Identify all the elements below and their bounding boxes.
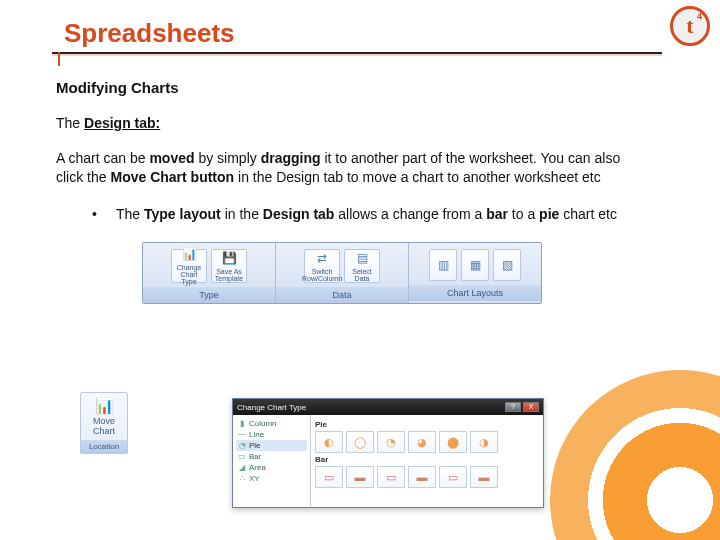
button-label: Select Data	[345, 268, 379, 282]
bullet-item: • The Type layout in the Design tab allo…	[92, 205, 656, 224]
change-chart-type-dialog: Change Chart Type ? X ▮Column ⁓Line ◔Pie…	[232, 398, 544, 508]
pie-subtype-thumbnail[interactable]: ⬤	[439, 431, 467, 453]
chart-layout-thumbnail[interactable]: ▥	[429, 249, 457, 281]
category-line[interactable]: ⁓Line	[236, 429, 307, 440]
bullet-seg: to a	[508, 206, 539, 222]
save-icon: 💾	[222, 250, 237, 266]
subtype-heading-pie: Pie	[315, 420, 539, 429]
bar-subtype-thumbnail[interactable]: ▬	[346, 466, 374, 488]
pie-subtype-thumbnail[interactable]: ◔	[377, 431, 405, 453]
bullet-seg: allows a change from a	[334, 206, 486, 222]
move-chart-label: Move Chart	[83, 417, 125, 437]
ribbon-group-data: ⇄ Switch Row/Column ▤ Select Data Data	[276, 243, 409, 303]
bar-subtype-thumbnail[interactable]: ▬	[408, 466, 436, 488]
bullet-seg: in the	[221, 206, 263, 222]
content-area: Modifying Charts The Design tab: A chart…	[56, 78, 656, 304]
subhead-prefix: The	[56, 115, 84, 131]
switch-row-column-button[interactable]: ⇄ Switch Row/Column	[304, 249, 340, 283]
chart-layout-thumbnail[interactable]: ▧	[493, 249, 521, 281]
pie-subtype-thumbnail[interactable]: ◯	[346, 431, 374, 453]
move-chart-button[interactable]: 📊 Move Chart Location	[80, 392, 128, 454]
chart-subtype-panel: Pie ◐ ◯ ◔ ◕ ⬤ ◑ Bar ▭ ▬ ▭ ▬ ▭ ▬	[311, 415, 543, 507]
para-seg: by simply	[195, 150, 261, 166]
button-label: Switch Row/Column	[302, 268, 342, 282]
ribbon-group-chart-layouts: ▥ ▦ ▧ Chart Layouts	[409, 243, 541, 303]
pie-subtype-thumbnail[interactable]: ◑	[470, 431, 498, 453]
bullet-text: The Type layout in the Design tab allows…	[116, 205, 656, 224]
para-seg: A chart can be	[56, 150, 149, 166]
layout-icon: ▦	[470, 257, 481, 273]
chart-layout-thumbnail[interactable]: ▦	[461, 249, 489, 281]
help-button[interactable]: ?	[505, 402, 521, 412]
section-heading: Modifying Charts	[56, 78, 656, 98]
chart-icon: 📊	[182, 246, 197, 262]
category-label: Bar	[249, 452, 261, 461]
bullet-seg: chart etc	[559, 206, 617, 222]
para-seg: in the Design tab to move a chart to ano…	[234, 169, 601, 185]
bullet-dot: •	[92, 205, 116, 224]
category-area[interactable]: ◢Area	[236, 462, 307, 473]
subtype-heading-bar: Bar	[315, 455, 539, 464]
para-bold: moved	[149, 150, 194, 166]
ribbon-design-tab: 📊 Change Chart Type 💾 Save As Template T…	[142, 242, 542, 304]
bar-subtype-thumbnail[interactable]: ▭	[315, 466, 343, 488]
ribbon-group-title: Type	[143, 287, 275, 303]
category-label: Area	[249, 463, 266, 472]
layout-icon: ▥	[438, 257, 449, 273]
para-bold: dragging	[261, 150, 321, 166]
bullet-bold: pie	[539, 206, 559, 222]
category-bar[interactable]: ▭Bar	[236, 451, 307, 462]
bar-subtype-thumbnail[interactable]: ▬	[470, 466, 498, 488]
bar-subtype-thumbnail[interactable]: ▭	[439, 466, 467, 488]
location-group-label: Location	[81, 440, 127, 453]
bullet-bold: Type layout	[144, 206, 221, 222]
pie-subtype-thumbnail[interactable]: ◐	[315, 431, 343, 453]
logo-t4: t 4	[670, 6, 710, 46]
subheading: The Design tab:	[56, 114, 656, 133]
button-label: Change Chart Type	[172, 264, 206, 285]
decorative-arc	[550, 370, 720, 540]
logo-superscript: 4	[697, 11, 702, 21]
ribbon-group-type: 📊 Change Chart Type 💾 Save As Template T…	[143, 243, 276, 303]
category-label: XY	[249, 474, 260, 483]
swap-icon: ⇄	[317, 250, 327, 266]
category-column[interactable]: ▮Column	[236, 418, 307, 429]
category-label: Column	[249, 419, 277, 428]
grid-icon: ▤	[357, 250, 368, 266]
bar-subtype-thumbnail[interactable]: ▭	[377, 466, 405, 488]
chart-category-list: ▮Column ⁓Line ◔Pie ▭Bar ◢Area ∴XY	[233, 415, 311, 507]
bullet-bold: bar	[486, 206, 508, 222]
button-label: Save As Template	[212, 268, 246, 282]
dialog-title: Change Chart Type	[237, 403, 306, 412]
paragraph-main: A chart can be moved by simply dragging …	[56, 149, 636, 187]
category-label: Line	[249, 430, 264, 439]
layout-icon: ▧	[502, 257, 513, 273]
page-title: Spreadsheets	[64, 18, 235, 49]
close-button[interactable]: X	[523, 402, 539, 412]
pie-subtype-thumbnail[interactable]: ◕	[408, 431, 436, 453]
category-xy[interactable]: ∴XY	[236, 473, 307, 484]
subhead-bold: Design tab:	[84, 115, 160, 131]
ribbon-group-title: Chart Layouts	[409, 285, 541, 301]
save-as-template-button[interactable]: 💾 Save As Template	[211, 249, 247, 283]
para-bold: Move Chart button	[110, 169, 234, 185]
select-data-button[interactable]: ▤ Select Data	[344, 249, 380, 283]
bullet-seg: The	[116, 206, 144, 222]
category-label: Pie	[249, 441, 261, 450]
title-accent-rule	[52, 54, 662, 56]
bullet-bold: Design tab	[263, 206, 335, 222]
logo-letter: t	[686, 13, 693, 39]
chart-icon: 📊	[83, 397, 125, 415]
category-pie[interactable]: ◔Pie	[236, 440, 307, 451]
change-chart-type-button[interactable]: 📊 Change Chart Type	[171, 249, 207, 283]
ribbon-group-title: Data	[276, 287, 408, 303]
dialog-titlebar: Change Chart Type ? X	[233, 399, 543, 415]
